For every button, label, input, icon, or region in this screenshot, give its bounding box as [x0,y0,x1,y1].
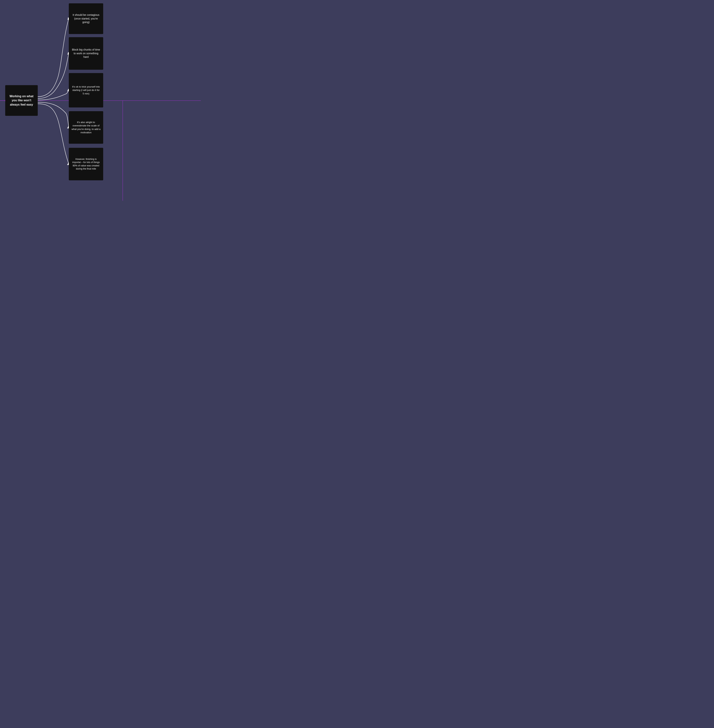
branch-node-5[interactable]: However, finishing is importat – for lot… [69,148,103,180]
branch-node-4-text: It's also alright to overestimate the sc… [71,121,100,134]
branch-node-5-text: However, finishing is importat – for lot… [71,158,100,171]
branch-node-3[interactable]: It's ok to trick yourself into starting … [69,73,103,108]
branch-node-2[interactable]: Block big chunks of time to work on some… [69,37,103,70]
branch-node-2-text: Block big chunks of time to work on some… [71,48,100,59]
branch-node-1-text: It should be contagious (once started, y… [71,13,100,24]
central-node-text: Working on what you like won't always fe… [8,94,35,107]
branch-node-1[interactable]: It should be contagious (once started, y… [69,3,103,34]
central-node[interactable]: Working on what you like won't always fe… [5,85,38,116]
mind-map-canvas: Working on what you like won't always fe… [0,0,201,201]
branch-node-3-text: It's ok to trick yourself into starting … [71,85,100,95]
branch-node-4[interactable]: It's also alright to overestimate the sc… [69,111,103,144]
